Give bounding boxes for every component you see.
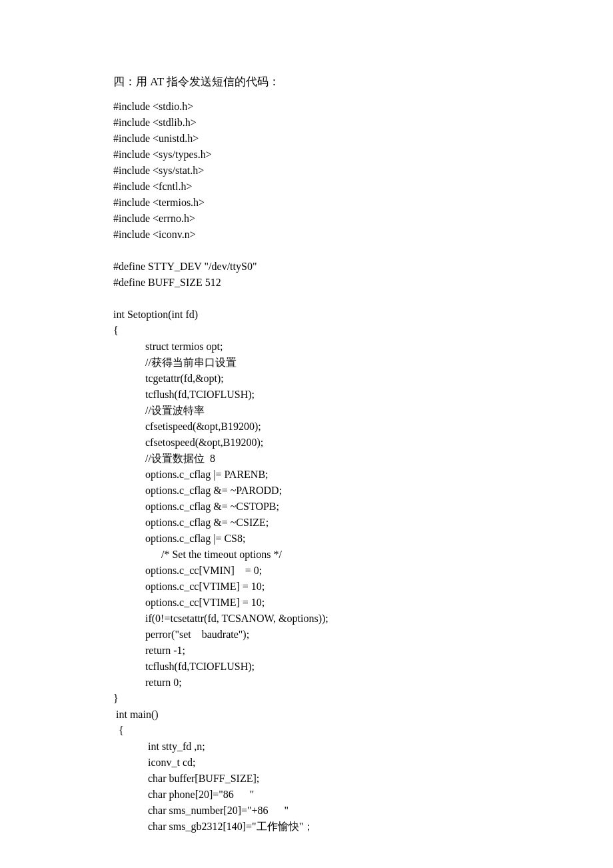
code-line: int Setoption(int fd) — [113, 307, 500, 323]
code-line: //获得当前串口设置 — [113, 355, 500, 371]
code-line: } — [113, 691, 500, 707]
code-line: perror("set baudrate"); — [113, 627, 500, 643]
code-line: #include <iconv.n> — [113, 227, 500, 243]
code-line: options.c_cc[VMIN] = 0; — [113, 563, 500, 579]
code-line: return -1; — [113, 643, 500, 659]
code-line: #include <stdlib.h> — [113, 115, 500, 131]
code-line: #define STTY_DEV "/dev/ttyS0" — [113, 259, 500, 275]
code-line: tcgetattr(fd,&opt); — [113, 371, 500, 387]
section-title: 四：用 AT 指令发送短信的代码： — [113, 73, 500, 91]
code-line: #include <termios.h> — [113, 195, 500, 211]
code-line: tcflush(fd,TCIOFLUSH); — [113, 659, 500, 675]
code-line: char phone[20]="86 " — [113, 787, 500, 803]
code-line: options.c_cflag &= ~CSTOPB; — [113, 499, 500, 515]
code-line: char sms_gb2312[140]="工作愉快"； — [113, 819, 500, 835]
code-line: iconv_t cd; — [113, 755, 500, 771]
code-block: #include <stdio.h>#include <stdlib.h>#in… — [113, 99, 500, 835]
code-line: //设置波特率 — [113, 403, 500, 419]
code-line: tcflush(fd,TCIOFLUSH); — [113, 387, 500, 403]
code-line: int stty_fd ,n; — [113, 739, 500, 755]
code-line: #include <sys/stat.h> — [113, 163, 500, 179]
blank-line — [113, 243, 500, 259]
code-line: options.c_cflag &= ~CSIZE; — [113, 515, 500, 531]
code-line: options.c_cflag |= CS8; — [113, 531, 500, 547]
code-line: int main() — [113, 707, 500, 723]
code-line: #define BUFF_SIZE 512 — [113, 275, 500, 291]
document-page: 四：用 AT 指令发送短信的代码： #include <stdio.h>#inc… — [0, 0, 613, 868]
blank-line — [113, 291, 500, 307]
code-line: options.c_cc[VTIME] = 10; — [113, 595, 500, 611]
code-line: #include <stdio.h> — [113, 99, 500, 115]
code-line: #include <sys/types.h> — [113, 147, 500, 163]
code-line: return 0; — [113, 675, 500, 691]
code-line: char sms_number[20]="+86 " — [113, 803, 500, 819]
code-line: options.c_cflag |= PARENB; — [113, 467, 500, 483]
code-line: { — [113, 323, 500, 339]
code-line: struct termios opt; — [113, 339, 500, 355]
code-line: options.c_cflag &= ~PARODD; — [113, 483, 500, 499]
code-line: { — [113, 723, 500, 739]
code-line: #include <errno.h> — [113, 211, 500, 227]
code-line: #include <unistd.h> — [113, 131, 500, 147]
code-line: if(0!=tcsetattr(fd, TCSANOW, &options)); — [113, 611, 500, 627]
code-line: /* Set the timeout options */ — [113, 547, 500, 563]
code-line: char buffer[BUFF_SIZE]; — [113, 771, 500, 787]
code-line: cfsetospeed(&opt,B19200); — [113, 435, 500, 451]
code-line: //设置数据位 8 — [113, 451, 500, 467]
code-line: cfsetispeed(&opt,B19200); — [113, 419, 500, 435]
code-line: #include <fcntl.h> — [113, 179, 500, 195]
code-line: options.c_cc[VTIME] = 10; — [113, 579, 500, 595]
